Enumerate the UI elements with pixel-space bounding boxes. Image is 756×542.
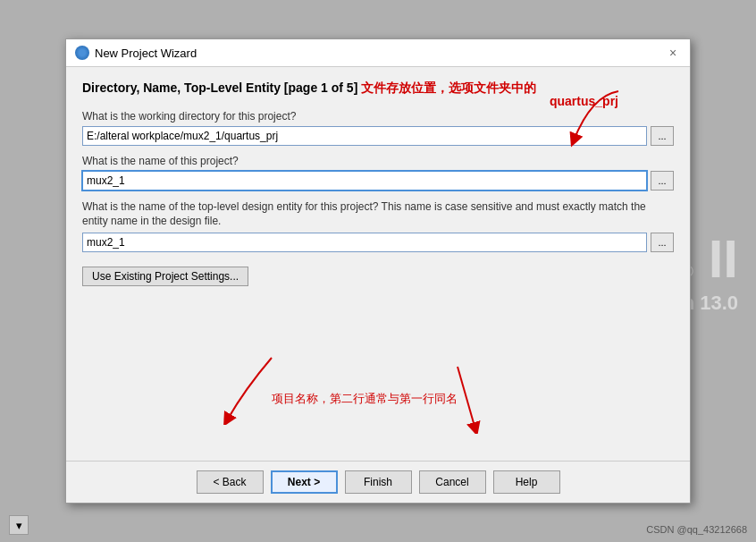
top-level-entity-input[interactable] <box>82 233 647 252</box>
working-directory-input[interactable] <box>82 126 647 146</box>
next-button[interactable]: Next > <box>271 470 338 494</box>
use-existing-settings-button[interactable]: Use Existing Project Settings... <box>82 267 248 286</box>
browse-name-button[interactable]: ... <box>651 171 674 191</box>
finish-button[interactable]: Finish <box>345 470 412 494</box>
dialog-title-bar: New Project Wizard × <box>66 39 690 67</box>
annotation-project-name-text: 项目名称，第二行通常与第一行同名 <box>272 391 458 407</box>
heading-annotation-text: 文件存放位置，选项文件夹中的 <box>357 80 536 95</box>
field3-label: What is the name of the top-level design… <box>82 199 674 230</box>
browse-directory-button[interactable]: ... <box>651 126 674 146</box>
browse-entity-button[interactable]: ... <box>651 233 674 252</box>
dialog-body: Directory, Name, Top-Level Entity [page … <box>66 67 690 461</box>
field1-label: What is the working directory for this p… <box>82 110 674 123</box>
heading-main-text: Directory, Name, Top-Level Entity [page … <box>82 80 357 95</box>
field2-label: What is the name of this project? <box>82 155 674 167</box>
dialog-heading: Directory, Name, Top-Level Entity [page … <box>82 80 674 97</box>
csdn-watermark: CSDN @qq_43212668 <box>646 524 747 535</box>
field1-row: ... <box>82 126 674 146</box>
project-name-input[interactable] <box>82 171 647 191</box>
help-button[interactable]: Help <box>493 470 560 494</box>
dialog-footer: < Back Next > Finish Cancel Help <box>66 461 690 503</box>
title-bar-left: New Project Wizard <box>75 46 197 60</box>
dialog-title: New Project Wizard <box>95 47 197 60</box>
dialog-icon <box>75 46 89 60</box>
bottom-left-dropdown[interactable]: ▾ <box>9 515 29 535</box>
field3-row: ... <box>82 233 674 252</box>
chevron-down-icon: ▾ <box>16 519 22 532</box>
annotation-arrow-2-left <box>218 353 325 425</box>
field2-row: ... <box>82 171 674 191</box>
annotation-arrow-2-right <box>422 362 493 434</box>
back-button[interactable]: < Back <box>197 470 264 494</box>
cancel-button[interactable]: Cancel <box>419 470 486 494</box>
new-project-wizard-dialog: New Project Wizard × Directory, Name, To… <box>65 38 691 504</box>
close-button[interactable]: × <box>665 45 681 61</box>
